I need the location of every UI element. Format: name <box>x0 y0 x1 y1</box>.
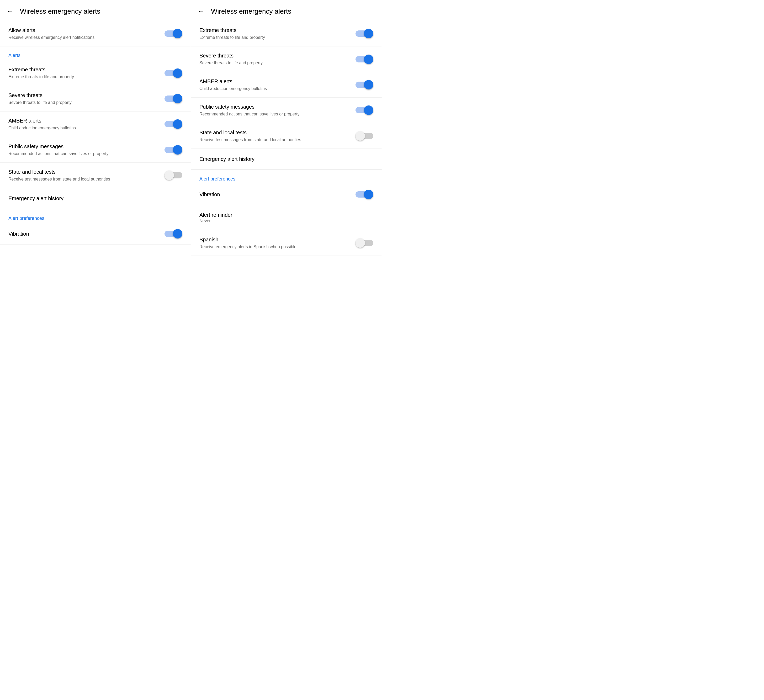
panel-left: ← Wireless emergency alerts Allow alerts… <box>0 0 191 350</box>
header-left: ← Wireless emergency alerts <box>0 0 191 21</box>
extreme-threats-toggle-left[interactable] <box>164 69 182 78</box>
toggle-thumb <box>173 229 182 238</box>
toggle-thumb <box>364 55 373 64</box>
severe-threats-subtitle-right: Severe threats to life and property <box>199 60 349 66</box>
severe-threats-item-right[interactable]: Severe threats Severe threats to life an… <box>191 47 382 72</box>
allow-alerts-subtitle: Receive wireless emergency alert notific… <box>8 34 158 41</box>
toggle-thumb <box>364 29 373 38</box>
toggle-thumb <box>173 29 182 38</box>
severe-threats-item-left[interactable]: Severe threats Severe threats to life an… <box>0 86 191 111</box>
emergency-history-title-right: Emergency alert history <box>199 156 255 162</box>
severe-threats-title-left: Severe threats <box>8 92 158 99</box>
allow-alerts-title: Allow alerts <box>8 27 158 34</box>
toggle-thumb <box>173 119 182 129</box>
extreme-threats-toggle-right[interactable] <box>355 29 373 38</box>
spanish-toggle-right[interactable] <box>355 238 373 248</box>
amber-alerts-toggle-left[interactable] <box>164 119 182 129</box>
emergency-history-title-left: Emergency alert history <box>8 196 64 202</box>
toggle-thumb <box>173 69 182 78</box>
extreme-threats-title-right: Extreme threats <box>199 27 349 34</box>
emergency-history-left[interactable]: Emergency alert history <box>0 188 191 209</box>
severe-threats-title-right: Severe threats <box>199 52 349 59</box>
amber-alerts-title-right: AMBER alerts <box>199 78 349 85</box>
state-local-toggle-left[interactable] <box>164 171 182 180</box>
spanish-item-right[interactable]: Spanish Receive emergency alerts in Span… <box>191 230 382 256</box>
vibration-title-right: Vibration <box>199 191 349 198</box>
public-safety-item-left[interactable]: Public safety messages Recommended actio… <box>0 137 191 163</box>
state-local-toggle-right[interactable] <box>355 131 373 141</box>
panel-right: ← Wireless emergency alerts Extreme thre… <box>191 0 382 350</box>
spanish-subtitle-right: Receive emergency alerts in Spanish when… <box>199 244 349 250</box>
allow-alerts-item[interactable]: Allow alerts Receive wireless emergency … <box>0 21 191 47</box>
preferences-section-header-left: Alert preferences <box>0 209 191 223</box>
toggle-thumb <box>355 131 365 141</box>
amber-alerts-toggle-right[interactable] <box>355 80 373 89</box>
emergency-history-right[interactable]: Emergency alert history <box>191 149 382 170</box>
page-title-left: Wireless emergency alerts <box>20 7 100 16</box>
toggle-thumb <box>173 145 182 155</box>
back-button-left[interactable]: ← <box>6 8 14 15</box>
severe-threats-toggle-right[interactable] <box>355 55 373 64</box>
header-right: ← Wireless emergency alerts <box>191 0 382 21</box>
public-safety-item-right[interactable]: Public safety messages Recommended actio… <box>191 98 382 123</box>
state-local-subtitle-right: Receive test messages from state and loc… <box>199 137 349 143</box>
toggle-thumb <box>355 238 365 248</box>
extreme-threats-item-left[interactable]: Extreme threats Extreme threats to life … <box>0 60 191 86</box>
vibration-toggle-right[interactable] <box>355 190 373 199</box>
vibration-item-right[interactable]: Vibration <box>191 184 382 205</box>
amber-alerts-item-left[interactable]: AMBER alerts Child abduction emergency b… <box>0 111 191 137</box>
public-safety-title-right: Public safety messages <box>199 103 349 110</box>
amber-alerts-item-right[interactable]: AMBER alerts Child abduction emergency b… <box>191 72 382 98</box>
vibration-toggle-left[interactable] <box>164 229 182 238</box>
toggle-thumb <box>364 80 373 89</box>
allow-alerts-toggle[interactable] <box>164 29 182 38</box>
extreme-threats-subtitle-left: Extreme threats to life and property <box>8 74 158 80</box>
severe-threats-toggle-left[interactable] <box>164 94 182 103</box>
preferences-section-header-right: Alert preferences <box>191 170 382 184</box>
public-safety-subtitle-left: Recommended actions that can save lives … <box>8 151 158 157</box>
state-local-title-left: State and local tests <box>8 168 158 175</box>
extreme-threats-subtitle-right: Extreme threats to life and property <box>199 34 349 41</box>
alerts-section-header-left: Alerts <box>0 47 191 60</box>
amber-alerts-subtitle-right: Child abduction emergency bulletins <box>199 86 349 92</box>
public-safety-toggle-left[interactable] <box>164 145 182 155</box>
state-local-subtitle-left: Receive test messages from state and loc… <box>8 176 158 182</box>
alert-reminder-item-right[interactable]: Alert reminder Never <box>191 205 382 230</box>
public-safety-subtitle-right: Recommended actions that can save lives … <box>199 111 349 117</box>
severe-threats-subtitle-left: Severe threats to life and property <box>8 100 158 105</box>
public-safety-title-left: Public safety messages <box>8 143 158 150</box>
toggle-thumb <box>173 94 182 103</box>
toggle-thumb <box>364 105 373 115</box>
amber-alerts-title-left: AMBER alerts <box>8 117 158 124</box>
public-safety-toggle-right[interactable] <box>355 105 373 115</box>
back-button-right[interactable]: ← <box>197 8 205 15</box>
state-local-title-right: State and local tests <box>199 129 349 136</box>
spanish-title-right: Spanish <box>199 236 349 243</box>
page-title-right: Wireless emergency alerts <box>211 7 291 16</box>
state-local-item-left[interactable]: State and local tests Receive test messa… <box>0 163 191 188</box>
extreme-threats-item-right[interactable]: Extreme threats Extreme threats to life … <box>191 21 382 47</box>
toggle-thumb <box>364 190 373 199</box>
toggle-thumb <box>164 171 174 180</box>
state-local-item-right[interactable]: State and local tests Receive test messa… <box>191 123 382 149</box>
vibration-title-left: Vibration <box>8 230 158 237</box>
alert-reminder-title-right: Alert reminder <box>199 212 232 218</box>
vibration-item-left[interactable]: Vibration <box>0 223 191 244</box>
amber-alerts-subtitle-left: Child abduction emergency bulletins <box>8 125 158 131</box>
alert-reminder-value-right: Never <box>199 219 232 223</box>
extreme-threats-title-left: Extreme threats <box>8 66 158 73</box>
